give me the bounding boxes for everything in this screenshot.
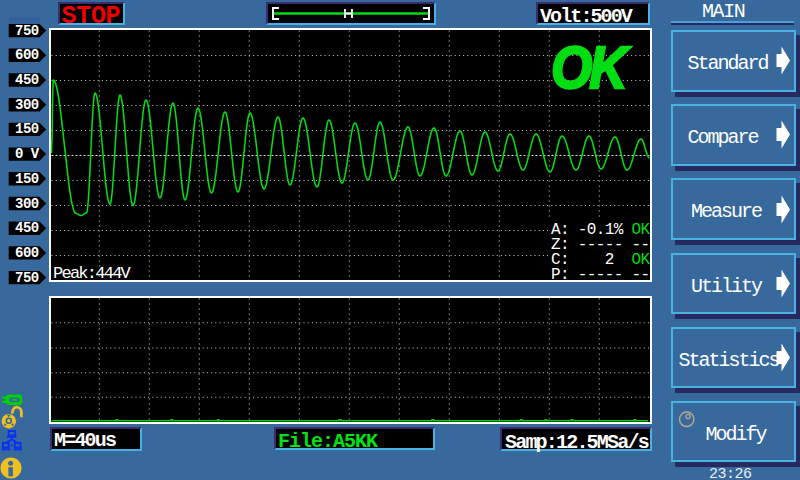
svg-text:150: 150	[15, 171, 39, 187]
svg-text:600: 600	[15, 47, 39, 63]
svg-text:750: 750	[15, 270, 39, 286]
svg-text:600: 600	[15, 245, 39, 261]
svg-text:0 V: 0 V	[15, 146, 40, 162]
svg-text:450: 450	[15, 72, 39, 88]
svg-text:300: 300	[15, 196, 39, 212]
svg-text:300: 300	[15, 97, 39, 113]
svg-text:150: 150	[15, 121, 39, 137]
svg-text:450: 450	[15, 220, 39, 236]
svg-text:750: 750	[15, 23, 39, 39]
